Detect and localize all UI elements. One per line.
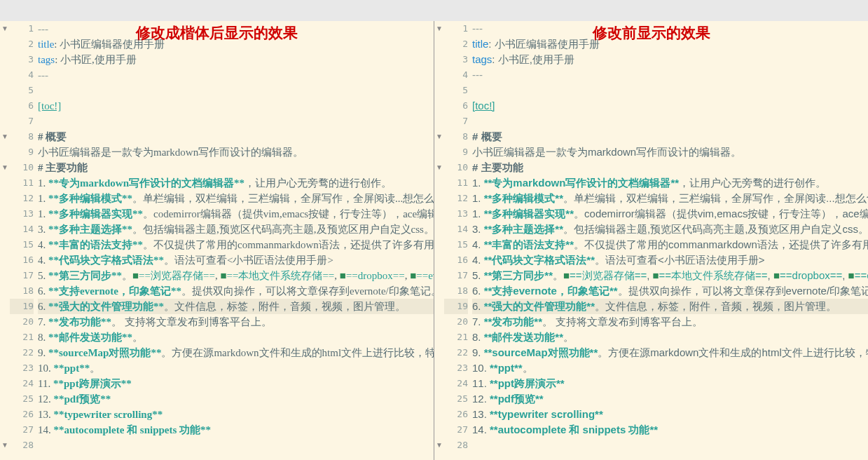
code-line[interactable]: 10. **ppt**。 [38, 360, 434, 376]
code-line[interactable]: 小书匠编辑器是一款专为markdown写作而设计的编辑器。 [472, 144, 868, 160]
fold-marker[interactable] [434, 175, 444, 191]
fold-marker[interactable] [0, 83, 10, 98]
code-line[interactable]: 3. **多种主题选择**。包括编辑器主题,预览区代码高亮主题,及预览区用户自定… [38, 222, 434, 237]
code-line[interactable] [38, 83, 434, 98]
code-line[interactable]: 1. **专为markdown写作设计的文档编辑器**，让用户心无旁骛的进行创作… [38, 175, 434, 191]
code-line[interactable]: 4. **丰富的语法支持**。不仅提供了常用的commanmarkdown语法，… [38, 237, 434, 252]
fold-marker[interactable] [434, 391, 444, 407]
fold-marker[interactable] [0, 330, 10, 345]
fold-marker[interactable] [0, 98, 10, 114]
fold-marker[interactable] [0, 222, 10, 237]
code-line[interactable]: 10. **ppt**。 [472, 360, 868, 376]
code-line[interactable]: tags: 小书匠,使用手册 [38, 52, 434, 67]
fold-marker[interactable] [0, 360, 10, 376]
fold-marker[interactable] [0, 114, 10, 129]
code-line[interactable]: 小书匠编辑器是一款专为markdown写作而设计的编辑器。 [38, 144, 434, 160]
fold-marker[interactable] [434, 222, 444, 237]
fold-marker[interactable] [434, 268, 444, 283]
code-line[interactable]: 5. **第三方同步**。■==浏览器存储==, ■==本地文件系统存储==, … [38, 268, 434, 283]
fold-marker[interactable] [434, 407, 444, 422]
code-line[interactable]: --- [38, 21, 434, 36]
fold-marker[interactable] [434, 21, 444, 36]
code-line[interactable]: # 主要功能 [472, 160, 868, 175]
code-line[interactable]: 14. **autocomplete 和 snippets 功能** [38, 422, 434, 438]
code-line[interactable]: [toc!] [472, 98, 868, 114]
code-line[interactable]: 1. **多种编辑器实现**。codemirror编辑器（提供vim,emacs… [38, 206, 434, 222]
fold-marker[interactable] [0, 376, 10, 391]
left-code-area[interactable]: ---title: 小书匠编辑器使用手册tags: 小书匠,使用手册---[to… [38, 21, 434, 460]
fold-marker[interactable] [0, 206, 10, 222]
code-line[interactable]: 4. **代码块文字格式语法**。语法可查看<小书匠语法使用手册> [38, 252, 434, 268]
fold-marker[interactable] [0, 52, 10, 67]
fold-marker[interactable] [434, 422, 444, 438]
fold-marker[interactable] [434, 438, 444, 453]
fold-marker[interactable] [434, 36, 444, 52]
code-line[interactable]: # 主要功能 [38, 160, 434, 175]
code-line[interactable]: 14. **autocomplete 和 snippets 功能** [472, 422, 868, 438]
fold-marker[interactable] [434, 129, 444, 144]
code-line[interactable]: 4. **代码块文字格式语法**。语法可查看<小书匠语法使用手册> [472, 252, 868, 268]
left-fold-gutter[interactable] [0, 21, 10, 460]
right-fold-gutter[interactable] [434, 21, 444, 460]
code-line[interactable]: [toc!] [38, 98, 434, 114]
fold-marker[interactable] [434, 360, 444, 376]
code-line[interactable] [472, 114, 868, 129]
fold-marker[interactable] [0, 438, 10, 453]
left-line-gutter[interactable]: 1234567891011121314151617181920212223242… [10, 21, 38, 460]
fold-marker[interactable] [0, 345, 10, 360]
code-line[interactable]: 12. **pdf预览** [38, 391, 434, 407]
code-line[interactable]: 4. **丰富的语法支持**。不仅提供了常用的commanmarkdown语法，… [472, 237, 868, 252]
fold-marker[interactable] [434, 283, 444, 299]
code-line[interactable]: 6. **支持evernote，印象笔记**。提供双向操作，可以将文章保存到ev… [38, 283, 434, 299]
fold-marker[interactable] [434, 114, 444, 129]
code-line[interactable]: 8. **邮件发送功能**。 [472, 330, 868, 345]
fold-marker[interactable] [0, 314, 10, 330]
fold-marker[interactable] [434, 67, 444, 83]
code-line[interactable]: 8. **邮件发送功能**。 [38, 330, 434, 345]
code-line[interactable]: title: 小书匠编辑器使用手册 [472, 36, 868, 52]
fold-marker[interactable] [0, 237, 10, 252]
fold-marker[interactable] [434, 314, 444, 330]
fold-marker[interactable] [0, 391, 10, 407]
right-code-area[interactable]: ---title: 小书匠编辑器使用手册tags: 小书匠,使用手册---[to… [472, 21, 868, 460]
code-line[interactable]: 12. **pdf预览** [472, 391, 868, 407]
code-line[interactable]: 13. **typewriter scrolling** [472, 407, 868, 422]
code-line[interactable]: # 概要 [38, 129, 434, 144]
fold-marker[interactable] [0, 252, 10, 268]
fold-marker[interactable] [0, 283, 10, 299]
code-line[interactable]: --- [38, 67, 434, 83]
fold-marker[interactable] [0, 144, 10, 160]
code-line[interactable]: 5. **第三方同步**。■==浏览器存储==, ■==本地文件系统存储==, … [472, 268, 868, 283]
code-line[interactable] [38, 114, 434, 129]
code-line[interactable]: 3. **多种主题选择**。包括编辑器主题,预览区代码高亮主题,及预览区用户自定… [472, 222, 868, 237]
code-line[interactable]: 1. **多种编辑模式**。单栏编辑，双栏编辑，三栏编辑，全屏写作，全屏阅读..… [38, 191, 434, 206]
code-line[interactable]: 6. **强大的文件管理功能**。文件信息，标签，附件，音频，视频，图片管理。 [38, 299, 434, 314]
fold-marker[interactable] [0, 160, 10, 175]
fold-marker[interactable] [0, 67, 10, 83]
fold-marker[interactable] [434, 345, 444, 360]
right-line-gutter[interactable]: 1234567891011121314151617181920212223242… [444, 21, 472, 460]
code-line[interactable]: 6. **强大的文件管理功能**。文件信息，标签，附件，音频，视频，图片管理。 [472, 299, 868, 314]
fold-marker[interactable] [0, 422, 10, 438]
fold-marker[interactable] [434, 83, 444, 98]
fold-marker[interactable] [434, 237, 444, 252]
code-line[interactable] [472, 83, 868, 98]
fold-marker[interactable] [434, 252, 444, 268]
fold-marker[interactable] [434, 144, 444, 160]
fold-marker[interactable] [434, 299, 444, 314]
code-line[interactable]: title: 小书匠编辑器使用手册 [38, 36, 434, 52]
code-line[interactable]: 11. **ppt跨屏演示** [38, 376, 434, 391]
code-line[interactable]: 7. **发布功能**。 支持将文章发布到博客平台上。 [472, 314, 868, 330]
fold-marker[interactable] [434, 52, 444, 67]
code-line[interactable]: 7. **发布功能**。 支持将文章发布到博客平台上。 [38, 314, 434, 330]
fold-marker[interactable] [0, 299, 10, 314]
code-line[interactable] [472, 438, 868, 453]
code-line[interactable] [38, 438, 434, 453]
fold-marker[interactable] [434, 376, 444, 391]
code-line[interactable]: # 概要 [472, 129, 868, 144]
code-line[interactable]: tags: 小书匠,使用手册 [472, 52, 868, 67]
code-line[interactable]: 6. **支持evernote，印象笔记**。提供双向操作，可以将文章保存到ev… [472, 283, 868, 299]
code-line[interactable]: --- [472, 21, 868, 36]
fold-marker[interactable] [0, 21, 10, 36]
code-line[interactable]: 11. **ppt跨屏演示** [472, 376, 868, 391]
